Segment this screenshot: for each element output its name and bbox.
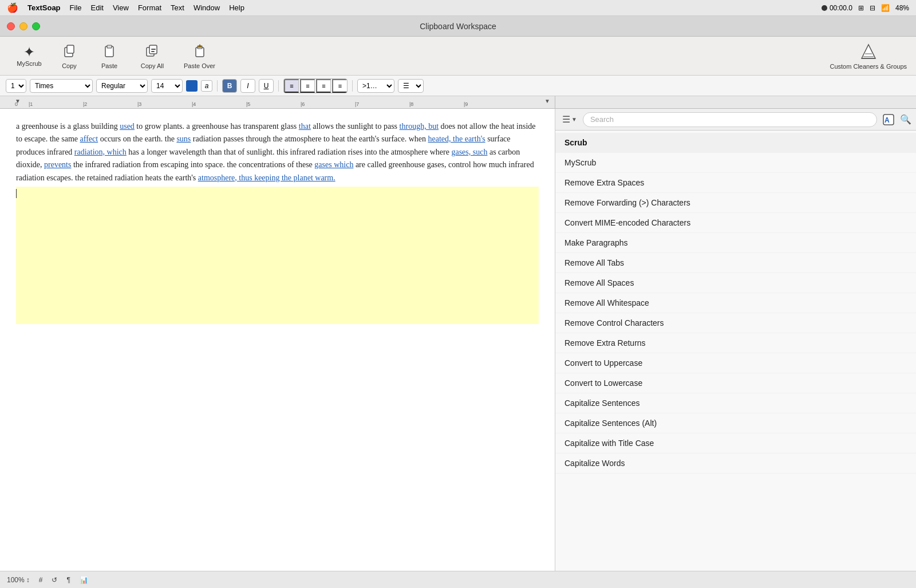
link-atmosphere[interactable]: atmosphere, thus keeping the planet warm… (198, 173, 335, 182)
link-through-but[interactable]: through, but (400, 122, 439, 131)
menu-textsoap[interactable]: TextSoap (27, 3, 61, 12)
panel-item-myscrub[interactable]: MyScrub (555, 153, 916, 173)
search-icon-button[interactable]: 🔍 (900, 114, 911, 125)
zoom-select[interactable]: 1↕ (6, 79, 26, 93)
grid-icon: ⊞ (858, 4, 864, 12)
menu-help[interactable]: Help (229, 3, 244, 12)
panel-item-remove-extra-returns[interactable]: Remove Extra Returns (555, 333, 916, 353)
link-gases-which[interactable]: gases which (314, 160, 353, 169)
panel-item-capitalize-sentences-alt[interactable]: Capitalize Sentences (Alt) (555, 413, 916, 433)
italic-button[interactable]: I (240, 79, 255, 93)
paste-button[interactable]: Paste (89, 39, 129, 73)
link-affect[interactable]: affect (80, 135, 98, 143)
zoom-value: 100% (7, 576, 25, 584)
panel-item-remove-all-spaces[interactable]: Remove All Spaces (555, 273, 916, 293)
link-used[interactable]: used (120, 122, 135, 131)
panel-header: ☰ ▼ Search A 🔍 (555, 109, 916, 131)
paste-label: Paste (101, 62, 117, 69)
svg-rect-7 (151, 51, 155, 52)
highlight-color-swatch[interactable]: a (201, 80, 212, 92)
style-select[interactable]: Regular (96, 79, 148, 93)
zoom-status[interactable]: 100% ↕ (7, 576, 30, 584)
underline-button[interactable]: U (259, 79, 274, 93)
panel-menu-button[interactable]: ☰ ▼ (560, 113, 579, 126)
panel-item-scrub-header[interactable]: Scrub (555, 133, 916, 153)
panel-item-capitalize-sentences[interactable]: Capitalize Sentences (555, 393, 916, 413)
toolbar-right: Custom Cleaners & Groups (830, 42, 907, 70)
chevron-down-icon: ▼ (571, 116, 577, 123)
menu-window[interactable]: Window (194, 3, 220, 12)
ruler-container: ▼ ▼ |1 |2 |3 |4 |5 |6 |7 |8 |9 0 (0, 96, 916, 109)
link-that[interactable]: that (299, 122, 311, 131)
panel-item-capitalize-words[interactable]: Capitalize Words (555, 453, 916, 473)
list-select[interactable]: ☰ (398, 79, 424, 93)
menu-view[interactable]: View (113, 3, 129, 12)
panel-icon-right[interactable]: A (881, 112, 897, 128)
panel-item-remove-forwarding[interactable]: Remove Forwarding (>) Characters (555, 193, 916, 213)
menubar-right: 00:00.0 ⊞ ⊟ 📶 48% (822, 4, 909, 12)
font-select[interactable]: Times (30, 79, 93, 93)
maximize-button[interactable] (32, 22, 40, 30)
para-status[interactable]: ¶ (66, 576, 70, 584)
minimize-icon: ⊟ (870, 4, 875, 12)
minimize-button[interactable] (19, 22, 27, 30)
window-title: Clipboard Workspace (420, 22, 496, 31)
bold-button[interactable]: B (222, 79, 237, 93)
empty-line[interactable] (16, 187, 539, 324)
more-select[interactable]: >1… (357, 79, 394, 93)
panel-item-remove-all-tabs[interactable]: Remove All Tabs (555, 253, 916, 273)
align-center-button[interactable]: ≡ (300, 79, 315, 93)
link-prevents[interactable]: prevents (44, 160, 71, 169)
close-button[interactable] (7, 22, 15, 30)
panel-item-convert-lowercase[interactable]: Convert to Lowercase (555, 373, 916, 393)
menu-format[interactable]: Format (138, 3, 161, 12)
custom-cleaners-button[interactable]: Custom Cleaners & Groups (830, 42, 907, 70)
panel-list: Scrub MyScrub Remove Extra Spaces Remove… (555, 131, 916, 571)
link-suns[interactable]: suns (176, 135, 191, 143)
chart-status[interactable]: 📊 (80, 576, 88, 584)
menu-text[interactable]: Text (171, 3, 184, 12)
myscrub-button[interactable]: ✦ MyScrub (9, 39, 49, 73)
text-paragraph: a greenhouse is a glass building used to… (16, 120, 539, 184)
hamburger-icon: ☰ (562, 114, 570, 125)
paste-over-button[interactable]: Paste Over (175, 39, 224, 73)
copy-all-label: Copy All (141, 62, 164, 69)
copy-button[interactable]: Copy (49, 39, 89, 73)
align-right-button[interactable]: ≡ (316, 79, 331, 93)
divider-3 (352, 80, 353, 92)
panel-item-convert-mime[interactable]: Convert MIME-encoded Characters (555, 213, 916, 233)
menu-file[interactable]: File (70, 3, 82, 12)
panel-item-remove-extra-spaces[interactable]: Remove Extra Spaces (555, 173, 916, 193)
hash-status[interactable]: # (39, 576, 43, 584)
panel-item-capitalize-title-case[interactable]: Capitalize with Title Case (555, 433, 916, 453)
myscrub-icon: ✦ (23, 45, 35, 59)
panel-item-remove-control-chars[interactable]: Remove Control Characters (555, 313, 916, 333)
text-editor[interactable]: a greenhouse is a glass building used to… (0, 109, 555, 571)
panel-item-make-paragraphs[interactable]: Make Paragraphs (555, 233, 916, 253)
align-left-button[interactable]: ≡ (284, 79, 299, 93)
paste-icon (101, 43, 117, 61)
align-justify-button[interactable]: ≡ (332, 79, 347, 93)
panel-item-convert-uppercase[interactable]: Convert to Uppercase (555, 353, 916, 373)
copy-all-icon (144, 43, 160, 61)
paste-over-label: Paste Over (184, 62, 215, 69)
link-gases-such[interactable]: gases, such (451, 148, 487, 156)
svg-rect-6 (151, 49, 156, 50)
copy-all-button[interactable]: Copy All (129, 39, 175, 73)
hash-icon: # (39, 576, 43, 584)
battery-indicator: 48% (895, 4, 909, 12)
text-color-swatch[interactable] (186, 80, 198, 92)
size-select[interactable]: 14 (151, 79, 183, 93)
copy-label: Copy (62, 62, 77, 69)
search-placeholder-text: Search (590, 115, 614, 124)
link-heated[interactable]: heated, the earth's (428, 135, 485, 143)
apple-menu[interactable]: 🍎 (7, 2, 18, 13)
panel-item-remove-all-whitespace[interactable]: Remove All Whitespace (555, 293, 916, 313)
undo-status[interactable]: ↺ (52, 576, 57, 584)
menu-edit[interactable]: Edit (91, 3, 104, 12)
myscrub-label: MyScrub (17, 60, 41, 67)
formatbar: 1↕ Times Regular 14 a B I U ≡ ≡ ≡ ≡ >1… … (0, 76, 916, 96)
menubar: 🍎 TextSoap File Edit View Format Text Wi… (0, 0, 916, 16)
link-radiation[interactable]: radiation, which (74, 148, 127, 156)
window-controls (7, 22, 40, 30)
